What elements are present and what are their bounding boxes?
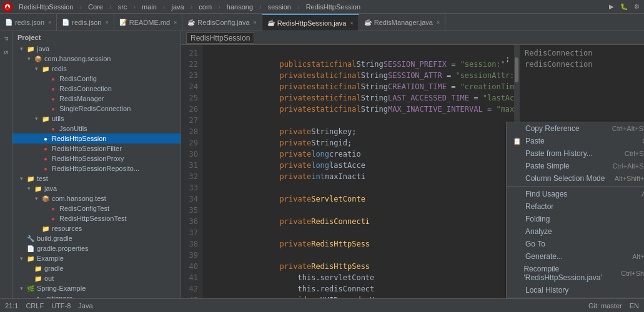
tab-icon-5: ☕	[267, 19, 275, 26]
tab-close-6[interactable]: ×	[437, 19, 440, 26]
tree-config-test[interactable]: ● RedisConfigTest	[12, 203, 181, 213]
tab-readme[interactable]: 📝 README.md ×	[114, 14, 183, 31]
ctx-paste-history[interactable]: Paste from History... Ctrl+Shift+V	[507, 147, 644, 160]
tree-test[interactable]: ▾ 📁 test	[12, 173, 181, 183]
ln-42: 42	[181, 283, 198, 295]
ctx-column-select[interactable]: Column Selection Mode Alt+Shift+Insert	[507, 172, 644, 185]
tree-json-utils[interactable]: ● JsonUtils	[12, 124, 181, 134]
code-view[interactable]: 21 22 23 24 25 26 27 28 29 30 31 32 33 3…	[181, 45, 519, 298]
top-bar-right: ▶ 🐛 ⚙	[607, 2, 642, 12]
folder-icon-test: 📁	[26, 174, 35, 183]
tree-label-json: JsonUtils	[59, 125, 87, 132]
tree-com-test[interactable]: ▾ 📦 com.hansong.test	[12, 193, 181, 203]
debug-icon[interactable]: 🐛	[619, 2, 629, 12]
class-icon-single: ●	[49, 104, 57, 113]
tree-single-redis[interactable]: ● SingleRedisConnection	[12, 104, 181, 114]
top-bar-class[interactable]: RedisHttpSession	[304, 3, 363, 11]
ln-40: 40	[181, 261, 198, 272]
status-language[interactable]: Java	[78, 302, 92, 310]
tab-redis-manager[interactable]: ☕ RedisManager.java ×	[359, 14, 445, 31]
tab-close-1[interactable]: ×	[48, 19, 51, 26]
ctx-local-history[interactable]: Local History ▶	[507, 284, 644, 296]
top-bar-java[interactable]: java	[169, 3, 186, 11]
structure-strip-btn[interactable]: S	[1, 47, 11, 57]
top-bar-core[interactable]: Core	[86, 3, 106, 11]
tree-label-gradle-props: gradle.properties	[37, 245, 89, 252]
tree-redis-manager[interactable]: ● RedisManager	[12, 94, 181, 104]
tree-out[interactable]: 📁 out	[12, 273, 181, 283]
status-bar: 21:1 CRLF UTF-8 Java Git: master EN	[0, 298, 644, 312]
ctx-paste[interactable]: 📋 Paste Ctrl+V	[507, 135, 644, 147]
tree-spring-example[interactable]: ▾ 🌿 Spring-Example	[12, 283, 181, 293]
tree-label-test-java: java	[44, 185, 57, 192]
top-bar-hansong[interactable]: hansong	[224, 3, 255, 11]
ctx-analyze[interactable]: Analyze ▶	[507, 225, 644, 238]
tab-redis-http-session[interactable]: ☕ RedisHttpSession.java ×	[262, 14, 359, 31]
tab-close-2[interactable]: ×	[105, 19, 108, 26]
class-icon-json: ●	[49, 124, 57, 133]
ctx-paste-simple[interactable]: Paste Simple Ctrl+Alt+Shift+V	[507, 160, 644, 172]
line-numbers: 21 22 23 24 25 26 27 28 29 30 31 32 33 3…	[181, 45, 202, 298]
ctx-recompile[interactable]: Recompile 'RedisHttpSession.java' Ctrl+S…	[507, 263, 644, 284]
tree-label-single: SingleRedisConnection	[59, 105, 131, 112]
scrollbar-thumb[interactable]	[515, 57, 518, 82]
ctx-go-to[interactable]: Go To ▶	[507, 238, 644, 250]
status-encoding[interactable]: UTF-8	[51, 302, 71, 310]
ctx-find-usages[interactable]: Find Usages Alt+F7	[507, 188, 644, 200]
tab-close-5[interactable]: ×	[350, 20, 353, 26]
settings-icon[interactable]: ⚙	[632, 2, 642, 12]
ln-37: 37	[181, 227, 198, 238]
tree-redis-connection[interactable]: ● RedisConnection	[12, 84, 181, 94]
class-icon-proxy: ●	[41, 154, 50, 163]
tree-gradle-props[interactable]: 📄 gradle.properties	[12, 243, 181, 253]
ctx-folding[interactable]: Folding ▶	[507, 213, 644, 225]
tree-label-com-test: com.hansong.test	[52, 195, 106, 202]
top-bar-com[interactable]: com	[196, 3, 214, 11]
tree-session-test[interactable]: ● RedisHttpSessionTest	[12, 213, 181, 223]
status-ime: EN	[630, 302, 639, 310]
tree-test-java[interactable]: ▾ 📁 java	[12, 183, 181, 193]
top-bar-app-name[interactable]: RedisHttpSession	[16, 3, 76, 11]
code-line-32: private int maxInacti	[207, 171, 514, 182]
status-crlf[interactable]: CRLF	[26, 302, 44, 310]
tree-example[interactable]: ▾ 📁 Example	[12, 253, 181, 263]
tree-build-gradle[interactable]: 🔧 build.gradle	[12, 233, 181, 243]
tree-label-config-test: RedisConfigTest	[59, 205, 109, 212]
top-bar-main[interactable]: main	[139, 3, 159, 11]
tree-arrow-test-java: ▾	[27, 185, 34, 192]
ctx-refactor[interactable]: Refactor ▶	[507, 200, 644, 213]
breadcrumb-class: RedisHttpSession	[186, 32, 254, 44]
tab-redis-json-2[interactable]: 📄 redis.json ×	[57, 14, 114, 31]
tree-redis-folder[interactable]: ▾ 📁 redis	[12, 64, 181, 74]
tree-gradle-subdir[interactable]: 📁 gradle	[12, 263, 181, 273]
ln-25: 25	[181, 92, 198, 104]
tree-redis-repo[interactable]: ● RedisHttpSessionReposito...	[12, 163, 181, 173]
project-strip-btn[interactable]: P	[1, 34, 11, 44]
tree-redis-http-session[interactable]: ● RedisHttpSession	[12, 134, 181, 144]
tree-resources[interactable]: 📁 resources	[12, 223, 181, 233]
folder-icon-java: 📁	[26, 44, 35, 53]
tree-com-hansong[interactable]: ▾ 📦 com.hansong.session	[12, 54, 181, 64]
tree-label-com: com.hansong.session	[44, 55, 111, 62]
tab-close-4[interactable]: ×	[254, 19, 257, 26]
tree-utils[interactable]: ▾ 📁 utils	[12, 114, 181, 124]
tree-java[interactable]: ▾ 📁 java	[12, 44, 181, 54]
folder-icon-gradle-sub: 📁	[34, 264, 42, 273]
tree-label-redis: redis	[52, 65, 67, 72]
code-editor[interactable]: public static final String SESSION_PREFI…	[202, 45, 519, 298]
tab-redis-config[interactable]: ☕ RedisConfig.java ×	[182, 14, 262, 31]
top-bar-src[interactable]: src	[116, 3, 130, 11]
tree-gitignore[interactable]: ◆ .gitignore	[12, 293, 181, 298]
tree-redis-proxy[interactable]: ● RedisHttpSessionProxy	[12, 154, 181, 163]
tree-label-filter: RedisHttpSessionFilter	[52, 145, 122, 152]
tree-redis-filter[interactable]: ● RedisHttpSessionFilter	[12, 144, 181, 154]
top-bar-session[interactable]: session	[265, 3, 294, 11]
tree-redis-config[interactable]: ● RedisConfig	[12, 74, 181, 84]
tab-close-3[interactable]: ×	[174, 19, 177, 26]
ctx-generate[interactable]: Generate... Alt+Insert	[507, 250, 644, 263]
tree-label-http-session: RedisHttpSession	[52, 135, 106, 142]
run-icon[interactable]: ▶	[607, 2, 617, 12]
tree-label-build: build.gradle	[37, 235, 72, 242]
tab-redis-json-1[interactable]: 📄 redis.json ×	[0, 14, 57, 31]
ctx-copy-reference[interactable]: Copy Reference Ctrl+Alt+Shift+C	[507, 122, 644, 135]
